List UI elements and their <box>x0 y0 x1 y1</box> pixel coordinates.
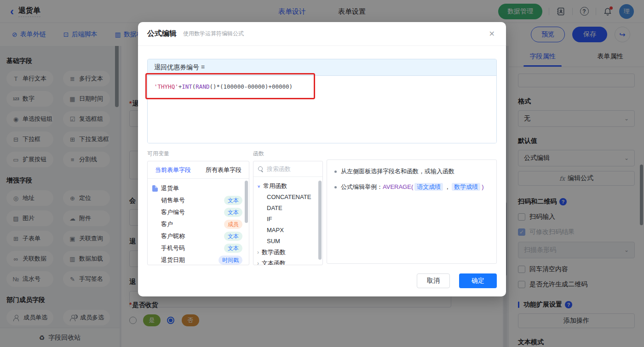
search-placeholder: 搜索函数 <box>267 165 291 173</box>
example-field-chip: 语文成绩 <box>414 183 443 191</box>
variables-form-node[interactable]: 退货单 <box>152 182 249 194</box>
confirm-button[interactable]: 确定 <box>459 273 497 288</box>
formula-editor-card: 退回优惠券编号 = 'THYHQ'+INT(RAND()*(100000-000… <box>147 59 497 143</box>
help-line-2: 公式编辑举例：AVERAGE(语文成绩，数学成绩) <box>341 182 484 192</box>
function-group-common[interactable]: ∨ 常用函数 <box>257 181 322 192</box>
formula-string-token: 'THYHQ' <box>154 83 178 90</box>
variable-row[interactable]: 客户昵称文本 <box>152 230 249 242</box>
tab-all-form-fields[interactable]: 所有表单字段 <box>198 166 249 174</box>
tree-open-icon: ∨ <box>257 184 260 188</box>
function-group-text[interactable]: › 文本函数 <box>257 258 322 265</box>
tab-current-form-fields[interactable]: 当前表单字段 <box>148 166 198 174</box>
type-badge: 成员 <box>224 220 242 229</box>
document-icon <box>152 185 158 192</box>
type-badge: 时间戳 <box>218 256 242 265</box>
variable-row[interactable]: 销售单号文本 <box>152 194 249 206</box>
formula-help-panel: 从左侧面板选择字段名和函数，或输入函数 公式编辑举例：AVERAGE(语文成绩，… <box>327 159 497 264</box>
help-line-1: 从左侧面板选择字段名和函数，或输入函数 <box>341 166 454 176</box>
variables-label: 可用变量 <box>147 150 249 158</box>
function-date[interactable]: DATE <box>257 203 322 214</box>
formula-editor-modal: 公式编辑 使用数学运算符编辑公式 ✕ 退回优惠券编号 = 'THYHQ'+INT… <box>138 22 506 296</box>
search-icon <box>258 166 263 171</box>
function-sum[interactable]: SUM <box>257 236 322 247</box>
bullet <box>334 186 337 188</box>
function-if[interactable]: IF <box>257 214 322 225</box>
modal-subtitle: 使用数学运算符编辑公式 <box>183 30 244 38</box>
tree-closed-icon: › <box>257 260 259 265</box>
function-mapx[interactable]: MAPX <box>257 225 322 236</box>
variable-row[interactable]: 客户成员 <box>152 218 249 230</box>
formula-target-field: 退回优惠券编号 = <box>148 59 496 76</box>
functions-scrollbar-thumb[interactable] <box>318 181 322 260</box>
variable-row[interactable]: 退货日期时间戳 <box>152 254 249 265</box>
modal-title: 公式编辑 <box>147 29 177 39</box>
function-concatenate[interactable]: CONCATENATE <box>257 192 322 203</box>
tree-closed-icon: › <box>257 249 259 256</box>
type-badge: 文本 <box>224 232 242 241</box>
formula-function-rand: RAND <box>196 83 209 90</box>
formula-input-area[interactable]: 'THYHQ'+INT(RAND()*(100000-00000)+00000) <box>148 76 496 143</box>
help-spacer <box>327 150 497 156</box>
function-search-input[interactable]: 搜索函数 <box>253 161 322 177</box>
type-badge: 文本 <box>224 196 242 205</box>
close-icon[interactable]: ✕ <box>489 29 495 38</box>
functions-label: 函数 <box>253 150 323 158</box>
cancel-button[interactable]: 取消 <box>417 273 450 288</box>
type-badge: 文本 <box>224 208 242 217</box>
type-badge: 文本 <box>224 244 242 253</box>
functions-panel: 搜索函数 ∨ 常用函数 CONCATENATE DATE IF MAPX SUM… <box>253 161 323 265</box>
formula-function-int: INT <box>182 83 192 90</box>
example-field-chip: 数学成绩 <box>452 183 480 191</box>
variables-scrollbar-thumb[interactable] <box>245 181 248 223</box>
function-group-math[interactable]: › 数学函数 <box>257 247 322 258</box>
variables-panel: 当前表单字段 所有表单字段 退货单 销售单号文本 客户编号文本 客户成员 客户昵… <box>147 161 249 265</box>
variable-row[interactable]: 手机号码文本 <box>152 242 249 254</box>
variable-row[interactable]: 客户编号文本 <box>152 206 249 218</box>
bullet <box>334 171 337 173</box>
